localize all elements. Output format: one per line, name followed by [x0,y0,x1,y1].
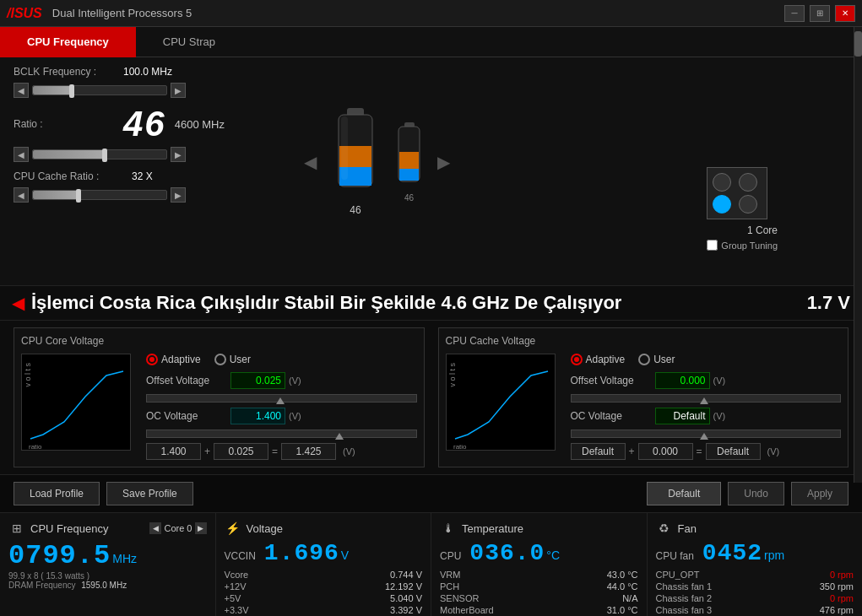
cpu-freq-unit: MHz [112,552,137,565]
cache-sum-val2: 0.000 [638,443,693,460]
bclk-dec-button[interactable]: ◀ [14,83,29,98]
core-offset-input[interactable] [230,372,285,389]
cache-oc-label: OC Voltage [571,410,655,422]
visual-right-arrow[interactable]: ▶ [437,152,450,172]
group-tuning-checkbox[interactable] [707,240,718,251]
core-oc-unit: (V) [289,411,301,421]
vccin-value: 1.696 [264,540,339,566]
cache-offset-slider[interactable] [571,394,842,403]
fan-icon: ♻ [656,520,673,537]
cache-ratio-slider-container: ◀ ▶ [14,187,186,203]
plus12v-value: 12.192 V [385,581,422,592]
plus5v-value: 5.040 V [390,593,422,603]
undo-button[interactable]: Undo [728,482,784,505]
core-next-button[interactable]: ▶ [195,522,207,534]
load-profile-button[interactable]: Load Profile [14,482,100,505]
ratio-dec-button[interactable]: ◀ [14,147,29,162]
cache-offset-input[interactable] [655,372,710,389]
core-adaptive-radio[interactable]: Adaptive [146,354,201,365]
voltage-title: Voltage [247,522,283,535]
core-oc-row: OC Voltage (V) [146,408,417,424]
cache-oc-input[interactable] [655,408,710,424]
core-oc-input[interactable] [230,408,285,424]
cache-ratio-slider-track[interactable] [32,190,167,200]
temp-rows: VRM 43.0 °C PCH 44.0 °C SENSOR N/A Mothe… [440,570,638,615]
bottle-svg [330,108,381,201]
temperature-panel: 🌡 Temperature CPU 036.0 °C VRM 43.0 °C P… [431,513,648,616]
vrm-value: 43.0 °C [607,570,638,580]
vrm-label: VRM [440,570,460,580]
dram-label: DRAM Frequency [8,581,75,590]
scrollbar-thumb[interactable] [854,31,862,57]
core-prev-button[interactable]: ◀ [149,522,161,534]
cache-ratio-inc-button[interactable]: ▶ [171,187,186,203]
core-selector: 1 Core Group Tuning [707,167,778,251]
close-button[interactable]: ✕ [835,5,855,22]
cpu-cache-voltage-panel: CPU Cache Voltage v o l t s ratio Adapti… [438,327,849,467]
core-offset-slider-row [146,394,417,403]
cache-oc-thumb [700,433,708,440]
core-final-unit: (V) [343,446,355,457]
vccin-label: VCCIN [225,550,256,562]
ratio-inc-button[interactable]: ▶ [171,147,186,162]
cache-sum-val1: Default [571,443,626,460]
bclk-inc-button[interactable]: ▶ [171,83,186,98]
voltage-section: CPU Core Voltage v o l t s ratio Adaptiv… [0,321,862,474]
scrollbar-track[interactable] [854,27,862,483]
svg-text:ratio: ratio [453,443,467,451]
tab-cpu-strap[interactable]: CPU Strap [136,27,242,57]
cache-offset-thumb [700,397,708,404]
apply-button[interactable]: Apply [791,482,848,505]
ratio-slider-track[interactable] [32,149,167,159]
plus5v-row: +5V 5.040 V [225,593,423,603]
bclk-slider-row: ◀ ▶ [14,83,275,98]
cpu-fan-value: 0452 [702,540,762,566]
default-button[interactable]: Default [647,482,721,505]
core-user-label: User [230,354,251,365]
core-3[interactable] [739,195,757,213]
chassis-fan2-row: Chassis fan 2 0 rpm [656,593,854,603]
core-user-radio[interactable]: User [214,354,251,365]
cpu-fan-label: CPU fan [656,550,694,562]
chassis-fan1-value: 350 rpm [820,581,854,592]
cache-ratio-value: 32 X [132,170,199,182]
plus33v-label: +3.3V [225,605,249,615]
bclk-slider-track[interactable] [32,85,167,95]
small-bottle: 46 [394,122,424,203]
core-nav-label: Core 0 [164,523,192,533]
core-offset-slider[interactable] [146,394,417,403]
cache-adaptive-radio[interactable]: Adaptive [571,354,626,365]
temp-title: Temperature [462,522,523,535]
fan-title: Fan [678,522,697,535]
maximize-button[interactable]: ⊞ [810,5,830,22]
cpu-core-voltage-graph: v o l t s ratio [21,354,131,451]
cache-user-radio[interactable]: User [638,354,675,365]
visual-left-arrow[interactable]: ◀ [304,152,317,172]
sensor-value: N/A [622,593,637,603]
voltage-icon: ⚡ [225,520,241,537]
main-upper: BCLK Frequency : 100.0 MHz ◀ ▶ Ratio : 4… [0,57,862,285]
cpu-freq-panel: ⊞ CPU Frequency ◀ Core 0 ▶ 0799.5 MHz 99… [0,513,216,616]
bottle-label: 46 [330,204,381,216]
tab-cpu-frequency[interactable]: CPU Frequency [0,27,136,57]
sensor-label: SENSOR [440,593,479,603]
core-oc-slider[interactable] [146,430,417,438]
banner-left-arrow[interactable]: ◀ [12,293,24,313]
group-tuning-row: Group Tuning [707,240,778,251]
cache-oc-slider[interactable] [571,430,842,438]
save-profile-button[interactable]: Save Profile [106,482,193,505]
small-bottle-svg [394,122,424,190]
core-nav: ◀ Core 0 ▶ [149,522,206,534]
core-0[interactable] [713,173,731,192]
core-oc-slider-row [146,430,417,438]
cache-ratio-dec-button[interactable]: ◀ [14,187,29,203]
motherboard-row: MotherBoard 31.0 °C [440,605,638,615]
minimize-button[interactable]: ─ [784,5,805,22]
core-1[interactable] [739,173,757,192]
fan-rows: CPU_OPT 0 rpm Chassis fan 1 350 rpm Chas… [656,570,854,615]
cpu-fan-unit: rpm [764,548,784,562]
core-2[interactable] [713,195,731,213]
core-sum-result: 1.425 [281,443,336,460]
ratio-label: Ratio : [14,118,123,130]
cache-oc-slider-row [571,430,842,438]
